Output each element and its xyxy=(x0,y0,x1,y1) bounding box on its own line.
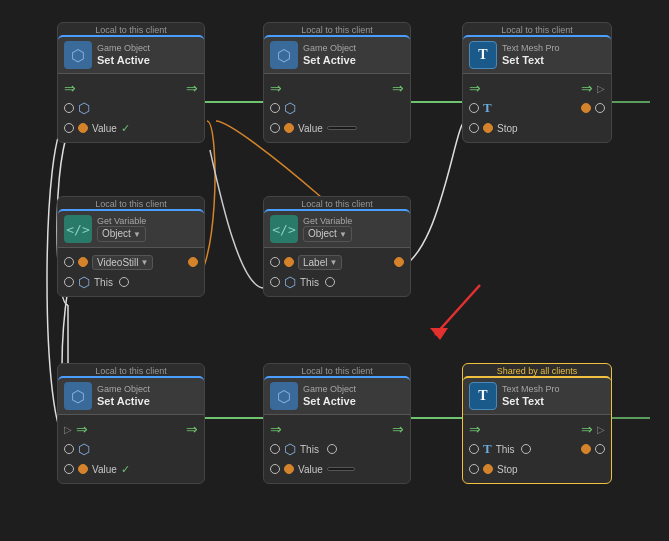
node2-name: Set Active xyxy=(303,54,356,67)
node4-vs-dot[interactable] xyxy=(78,257,88,267)
node3-orange-port[interactable] xyxy=(581,103,591,113)
node8-this-label: This xyxy=(496,444,515,455)
node3-tmp-icon: T xyxy=(469,41,497,69)
node7-exec-out[interactable]: ⇒ xyxy=(392,421,404,437)
node6-row-value: Value ✓ xyxy=(58,459,204,479)
node2-value-dot[interactable] xyxy=(284,123,294,133)
node4-body: VideoStill ▼ ⬡ This xyxy=(58,248,204,296)
node8-row-this: T This xyxy=(463,439,611,459)
node7-this-label: This xyxy=(300,444,319,455)
node6-value-dot[interactable] xyxy=(78,464,88,474)
node8-white-port[interactable] xyxy=(595,444,605,454)
node1-value-label: Value xyxy=(92,123,117,134)
node8-name: Set Text xyxy=(502,395,560,408)
node3-row-tmp: T xyxy=(463,98,611,118)
node1-exec-in[interactable]: ⇒ xyxy=(64,81,76,95)
node2-exec-in[interactable]: ⇒ xyxy=(270,81,282,95)
node6-local-label: Local to this client xyxy=(58,364,204,376)
node1-row-obj: ⬡ xyxy=(58,98,204,118)
node3-exec-in[interactable]: ⇒ xyxy=(469,81,481,95)
node2-type: Game Object xyxy=(303,43,356,54)
node8-exec-in[interactable]: ⇒ xyxy=(469,422,481,436)
node2-obj-port[interactable] xyxy=(270,103,280,113)
node1-value-port-in[interactable] xyxy=(64,123,74,133)
node7-this-circle[interactable] xyxy=(327,444,337,454)
node2-value-field[interactable] xyxy=(327,126,357,130)
node2-value-label: Value xyxy=(298,123,323,134)
node3-stop-port-in[interactable] xyxy=(469,123,479,133)
node7-exec-in[interactable]: ⇒ xyxy=(270,422,282,436)
node7-this-port[interactable] xyxy=(270,444,280,454)
node1-obj-port[interactable] xyxy=(64,103,74,113)
node5-label-dot[interactable] xyxy=(284,257,294,267)
node4-dropdown[interactable]: Object ▼ xyxy=(97,226,146,242)
node7-value-port-in[interactable] xyxy=(270,464,280,474)
node6-exec-out[interactable]: ⇒ xyxy=(186,421,198,437)
node4-vs-port-out[interactable] xyxy=(188,257,198,267)
node5-label-dropdown[interactable]: Label ▼ xyxy=(298,255,342,270)
node8-stop-dot[interactable] xyxy=(483,464,493,474)
node8-this-port-in[interactable] xyxy=(469,444,479,454)
node4-vs-label: VideoStill xyxy=(97,257,139,268)
node1-value-dot[interactable] xyxy=(78,123,88,133)
node5-local-label: Local to this client xyxy=(264,197,410,209)
node6-obj-port[interactable] xyxy=(64,444,74,454)
node8-orange-port[interactable] xyxy=(581,444,591,454)
node5-label-text: Label xyxy=(303,257,327,268)
node8-t-letter: T xyxy=(478,388,487,404)
node5-dropdown[interactable]: Object ▼ xyxy=(303,226,352,242)
node6-value-port-in[interactable] xyxy=(64,464,74,474)
node3-stop-label: Stop xyxy=(497,123,518,134)
node-game-object-set-active-2: Local to this client ⬡ Game Object Set A… xyxy=(263,22,411,143)
node5-object-label: Object xyxy=(308,228,337,240)
node1-header: ⬡ Game Object Set Active xyxy=(58,35,204,74)
node7-value-dot[interactable] xyxy=(284,464,294,474)
node7-value-field[interactable] xyxy=(327,467,355,471)
node4-dropdown-arrow: ▼ xyxy=(133,230,141,240)
node2-exec-out[interactable]: ⇒ xyxy=(392,80,404,96)
node6-value-label: Value xyxy=(92,464,117,475)
node4-this-circle[interactable] xyxy=(119,277,129,287)
node-game-object-set-active-1: Local to this client ⬡ Game Object Set A… xyxy=(57,22,205,143)
node2-row-exec: ⇒ ⇒ xyxy=(264,78,410,98)
node5-this-circle[interactable] xyxy=(325,277,335,287)
node2-cube-icon: ⬡ xyxy=(270,41,298,69)
node6-title: Game Object Set Active xyxy=(97,384,150,408)
node4-vs-port-in[interactable] xyxy=(64,257,74,267)
node1-row-exec: ⇒ ⇒ xyxy=(58,78,204,98)
node3-white-port[interactable] xyxy=(595,103,605,113)
node3-stop-dot[interactable] xyxy=(483,123,493,133)
node1-exec-out[interactable]: ⇒ xyxy=(186,80,198,96)
node5-label-port-out[interactable] xyxy=(394,257,404,267)
node3-exec-out[interactable]: ⇒ xyxy=(581,80,593,96)
node1-local-label: Local to this client xyxy=(58,23,204,35)
node-get-variable-1: Local to this client </> Get Variable Ob… xyxy=(57,196,205,297)
node4-this-port-in[interactable] xyxy=(64,277,74,287)
node5-row-this: ⬡ This xyxy=(264,272,410,292)
node8-t-icon: T xyxy=(483,441,492,457)
node8-shared-label: Shared by all clients xyxy=(463,364,611,376)
node5-header: </> Get Variable Object ▼ xyxy=(264,209,410,248)
canvas: Local to this client ⬡ Game Object Set A… xyxy=(0,0,669,541)
node6-triangle-in: ▷ xyxy=(64,424,72,435)
node8-exec-triangle: ▷ xyxy=(597,424,605,435)
node4-videostill-dropdown[interactable]: VideoStill ▼ xyxy=(92,255,153,270)
node8-stop-port-in[interactable] xyxy=(469,464,479,474)
node8-row-stop: Stop xyxy=(463,459,611,479)
node4-type: Get Variable xyxy=(97,216,146,227)
node8-exec-out[interactable]: ⇒ xyxy=(581,421,593,437)
node1-body: ⇒ ⇒ ⬡ Value ✓ xyxy=(58,74,204,142)
node3-name: Set Text xyxy=(502,54,560,67)
node3-tmp-port[interactable] xyxy=(469,103,479,113)
node5-this-port-in[interactable] xyxy=(270,277,280,287)
node5-label-port-in[interactable] xyxy=(270,257,280,267)
node3-row-exec: ⇒ ⇒ ▷ xyxy=(463,78,611,98)
node2-value-port-in[interactable] xyxy=(270,123,280,133)
node6-exec-in[interactable]: ⇒ xyxy=(76,422,88,436)
node7-name: Set Active xyxy=(303,395,356,408)
node8-this-circle[interactable] xyxy=(521,444,531,454)
node3-t-icon: T xyxy=(483,100,492,116)
node3-exec-triangle: ▷ xyxy=(597,83,605,94)
node8-body: ⇒ ⇒ ▷ T This Stop xyxy=(463,415,611,483)
node2-row-value: Value xyxy=(264,118,410,138)
